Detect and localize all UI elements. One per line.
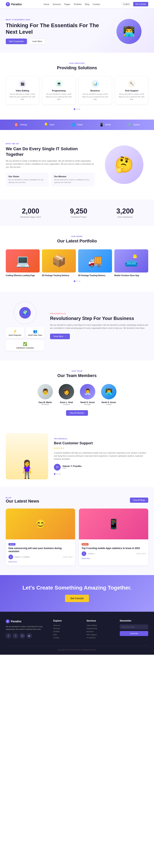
social-youtube[interactable]: ▶ [27, 633, 32, 639]
portfolio-title-3: 5D Package Tracking Delivery [78, 274, 112, 277]
member-role-4: Analyst [101, 403, 116, 405]
stat-clients-number: 2,000 [21, 207, 41, 215]
start-cooperation-button[interactable]: Start Cooperation [6, 38, 27, 44]
news-card-body-1: BLOG How outsourcing will save your busi… [6, 539, 75, 566]
solution-card-programming: 💻 Programming We are devoted to create a… [42, 76, 75, 104]
language-selector[interactable]: English [122, 2, 131, 6]
footer-services-title: Services [86, 619, 115, 622]
testimonial-person-illustration: 🧍‍♀️ [16, 459, 38, 479]
news-author-name-2: Charlot C. [87, 553, 95, 555]
service-strategy: 🎯 Strategy [14, 123, 27, 127]
portfolio-dot-3[interactable] [79, 280, 80, 282]
social-linkedin[interactable]: in [20, 633, 25, 639]
it-3d-image: 🤔 [105, 146, 144, 184]
it-text: What We Do We Can Do Every Single IT Sol… [6, 143, 94, 186]
nav-contact[interactable]: Contact [93, 3, 100, 5]
test-dot-2[interactable] [56, 473, 58, 475]
cta-button[interactable]: Get Consult [65, 595, 89, 602]
nav-portfolio[interactable]: Portfolio [74, 3, 81, 5]
footer-service-it[interactable]: IT Solutions [86, 637, 115, 639]
view-all-members-button[interactable]: View All Member [66, 410, 88, 416]
nav-blog[interactable]: Blog [85, 3, 89, 5]
rev-item-satisfaction: ✅ Satisfaction Guarantee [6, 340, 44, 351]
footer-service-business[interactable]: Business [86, 630, 115, 632]
footer-service-video[interactable]: Video Editing [86, 624, 115, 626]
card-desc-tech: We are devoted to create a mind blaze fo… [118, 93, 145, 101]
news-card-1: 😊 BLOG How outsourcing will save your bu… [6, 508, 75, 566]
arrow-icon: → [65, 335, 67, 338]
portfolio-grid: 💻 Crafting Effective Landing Page 📦 5D P… [6, 249, 148, 277]
tech-icon: 🔧 [128, 80, 136, 88]
footer-service-programming[interactable]: Programming [86, 627, 115, 629]
portfolio-img-1: 💻 [6, 249, 40, 273]
get-quote-button[interactable]: Get a Quote [133, 2, 148, 6]
test-dot-1[interactable] [54, 473, 55, 475]
portfolio-dot-1[interactable] [74, 280, 75, 282]
news-label: BLOG [6, 497, 39, 499]
stat-projects: 9,250 Completed Project [70, 207, 87, 218]
member-name-3: Daniel S. Ansan [80, 401, 95, 403]
social-twitter[interactable]: t [13, 633, 18, 639]
nav-services[interactable]: Services [53, 3, 61, 5]
newsletter-subscribe-button[interactable]: Subscribe [120, 631, 148, 636]
footer-link-about[interactable]: About Us [53, 624, 82, 626]
video-icon: 🎬 [19, 80, 26, 88]
footer-logo-icon: P [6, 619, 10, 623]
vision-desc: We are devoted to create a mindblaze for… [8, 179, 46, 184]
card-title-video: Video Editing [9, 90, 36, 92]
member-role-1: Developer [38, 403, 53, 405]
read-more-1[interactable]: Read More [8, 561, 72, 563]
newsletter-email-input[interactable] [120, 624, 148, 629]
mission-title: Our Mission [54, 175, 92, 178]
read-more-2[interactable]: Read More [82, 558, 146, 559]
footer-newsletter-col: Newsletter Subscribe [120, 619, 148, 640]
footer-link-contact[interactable]: Contact [53, 637, 82, 639]
rev-title: Revolutionary Step For Your Business [50, 316, 148, 321]
footer-link-services[interactable]: Services [53, 627, 82, 629]
service-system-label: System [133, 124, 140, 126]
solutions-section: Our Services Providing Solutions 🎬 Video… [0, 53, 154, 120]
dot-3[interactable] [79, 108, 80, 110]
stats-section: 2,000 Worldwide Happy Client 9,250 Compl… [0, 199, 154, 226]
service-global: 🌐 Global [71, 123, 83, 127]
learn-more-button[interactable]: Learn More [29, 38, 45, 44]
card-title-programming: Programming [45, 90, 73, 92]
solutions-label: Our Services [6, 62, 148, 64]
member-role-3: Manager [80, 403, 95, 405]
mission-box: Our Mission We are devoted to create a m… [51, 173, 94, 186]
nav-pages[interactable]: Pages [64, 3, 70, 5]
portfolio-dot-2[interactable] [76, 280, 78, 282]
ideas-icon: 💡 [44, 123, 48, 127]
view-all-news-button[interactable]: View All Blogs [130, 498, 148, 503]
news-header-left: BLOG Our Latest News [6, 497, 39, 504]
portfolio-title-1: Crafting Effective Landing Page [6, 274, 40, 277]
footer-link-blog[interactable]: Blog [53, 634, 82, 636]
stat-projects-label: Completed Project [70, 216, 87, 218]
news-date-1: AUDIT 2023 [63, 556, 72, 558]
footer-service-tech[interactable]: Tech Support [86, 634, 115, 636]
footer-brand: P Paradox We are devoted to create a min… [6, 619, 48, 640]
portfolio-title: Our Latest Portfolio [6, 239, 148, 244]
footer-explore-title: Explore [53, 619, 82, 622]
carousel-dots [6, 108, 148, 110]
stat-satisfaction: 3,200 Client Satisfaction [116, 207, 133, 218]
test-dot-3[interactable] [59, 473, 61, 475]
know-more-button[interactable]: Know More → [50, 334, 70, 339]
brand-logo[interactable]: P Paradox [6, 2, 22, 6]
nav-right: English Get a Quote [122, 2, 148, 6]
testimonial-title: Best Customer Support [54, 441, 148, 445]
portfolio-item-2: 📦 5D Package Tracking Delivery [42, 249, 76, 277]
it-label: What We Do [6, 143, 94, 145]
dot-2[interactable] [76, 108, 78, 110]
team-label: World Video Team [28, 334, 42, 336]
dot-1[interactable] [74, 108, 75, 110]
it-desc: We are devoted to create a mindblaze for… [6, 159, 94, 169]
footer-link-portfolio[interactable]: Portfolio [53, 630, 82, 632]
member-avatar-4: 👨‍💻 [101, 384, 116, 399]
news-card-author-2: C Charlot C. AUDIT 2023 [82, 551, 146, 556]
testimonial-author: H Haleam T. Polydike CEO [54, 464, 148, 470]
nav-home[interactable]: Home [43, 3, 49, 5]
solutions-title: Providing Solutions [6, 65, 148, 70]
social-facebook[interactable]: f [6, 633, 11, 639]
portfolio-label: Our Work [6, 236, 148, 238]
